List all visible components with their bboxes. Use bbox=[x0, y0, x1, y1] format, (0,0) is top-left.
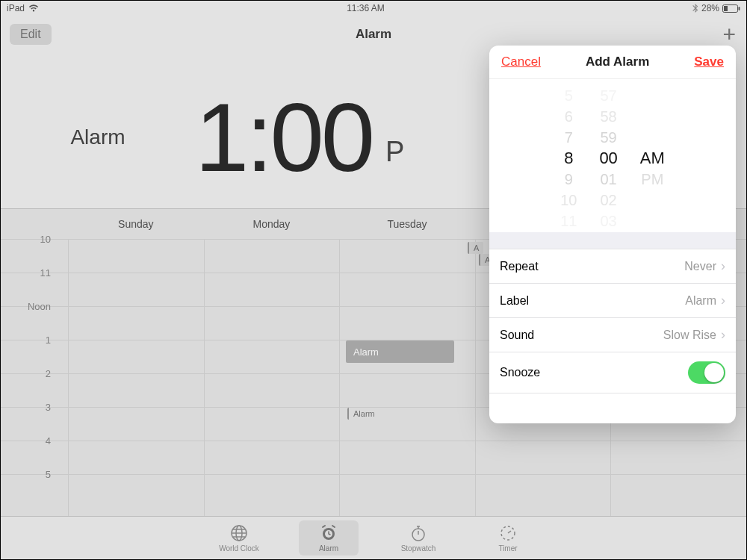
hour-label: 11 bbox=[1, 267, 57, 279]
hour-label: 4 bbox=[1, 435, 57, 447]
hour-label: Noon bbox=[1, 301, 57, 312]
time-picker[interactable]: 5 6 7 8 9 10 11 57 58 59 00 01 02 03 AM … bbox=[489, 79, 736, 232]
chevron-right-icon: › bbox=[721, 258, 725, 274]
tab-stopwatch[interactable]: Stopwatch bbox=[388, 523, 448, 553]
alarm-chip[interactable]: A bbox=[468, 242, 483, 254]
repeat-value: Never bbox=[684, 260, 716, 273]
day-sunday: Sunday bbox=[68, 218, 204, 230]
chevron-right-icon: › bbox=[721, 327, 725, 343]
big-clock-time: 1:00 bbox=[195, 81, 372, 193]
popover-title: Add Alarm bbox=[586, 55, 649, 69]
big-clock-label: Alarm bbox=[1, 125, 195, 149]
label-row[interactable]: Label Alarm› bbox=[489, 283, 736, 317]
tab-timer[interactable]: Timer bbox=[478, 523, 538, 553]
battery-icon bbox=[722, 4, 740, 13]
sound-label: Sound bbox=[500, 329, 534, 342]
popover-header: Cancel Add Alarm Save bbox=[489, 46, 736, 79]
alarm-clock-icon bbox=[320, 523, 338, 543]
hour-label: 10 bbox=[1, 234, 57, 245]
timer-icon bbox=[499, 523, 517, 543]
tab-world-clock[interactable]: World Clock bbox=[209, 523, 269, 553]
snooze-label: Snooze bbox=[500, 366, 540, 379]
add-alarm-popover: Cancel Add Alarm Save 5 6 7 8 9 10 11 57… bbox=[489, 46, 736, 423]
repeat-row[interactable]: Repeat Never› bbox=[489, 249, 736, 283]
globe-icon bbox=[230, 523, 248, 543]
label-value: Alarm bbox=[685, 294, 716, 308]
add-alarm-button[interactable]: + bbox=[722, 22, 736, 47]
hour-label: 3 bbox=[1, 402, 57, 413]
tab-label: Stopwatch bbox=[401, 544, 436, 553]
status-time: 11:36 AM bbox=[39, 3, 692, 13]
tab-alarm[interactable]: Alarm bbox=[299, 520, 359, 556]
svg-rect-2 bbox=[739, 7, 740, 10]
tab-label: Timer bbox=[498, 544, 517, 553]
nav-title: Alarm bbox=[1, 27, 746, 42]
cancel-button[interactable]: Cancel bbox=[501, 55, 541, 69]
chevron-right-icon: › bbox=[721, 293, 725, 308]
picker-ampm[interactable]: AM PM bbox=[640, 148, 665, 190]
day-tuesday: Tuesday bbox=[339, 218, 475, 230]
save-button[interactable]: Save bbox=[694, 55, 724, 69]
sound-value: Slow Rise bbox=[663, 329, 716, 342]
hour-label: 1 bbox=[1, 335, 57, 346]
battery-percent: 28% bbox=[701, 3, 719, 13]
snooze-row: Snooze bbox=[489, 352, 736, 393]
bluetooth-icon bbox=[692, 4, 698, 13]
alarm-block[interactable]: Alarm bbox=[346, 340, 454, 363]
sound-row[interactable]: Sound Slow Rise› bbox=[489, 317, 736, 352]
tab-bar: World Clock Alarm Stopwatch Timer bbox=[1, 516, 746, 559]
repeat-label: Repeat bbox=[500, 260, 539, 273]
status-bar: iPad 11:36 AM 28% bbox=[1, 1, 746, 16]
picker-hours[interactable]: 5 6 7 8 9 10 11 bbox=[560, 85, 577, 231]
label-label: Label bbox=[500, 294, 529, 308]
snooze-toggle[interactable] bbox=[688, 361, 725, 384]
hour-label: 5 bbox=[1, 469, 57, 480]
picker-minutes[interactable]: 57 58 59 00 01 02 03 bbox=[599, 85, 617, 231]
day-monday: Monday bbox=[204, 218, 340, 230]
hour-label: 2 bbox=[1, 368, 57, 379]
stopwatch-icon bbox=[409, 523, 427, 543]
tab-label: Alarm bbox=[319, 544, 338, 553]
alarm-options: Repeat Never› Label Alarm› Sound Slow Ri… bbox=[489, 232, 736, 393]
big-clock-ampm: P bbox=[385, 136, 404, 168]
device-label: iPad bbox=[7, 3, 25, 13]
tab-label: World Clock bbox=[219, 544, 259, 553]
wifi-icon bbox=[28, 4, 39, 12]
svg-rect-1 bbox=[724, 6, 728, 11]
alarm-chip[interactable]: Alarm bbox=[347, 408, 379, 420]
